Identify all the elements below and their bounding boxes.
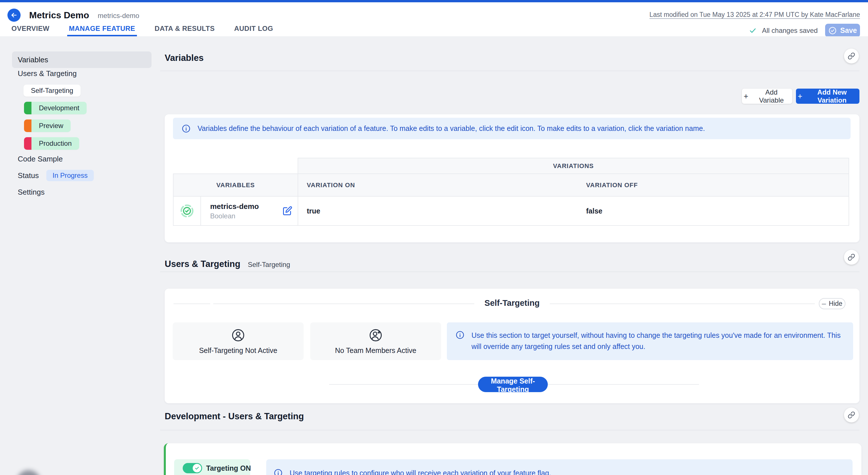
env-color-swatch-development	[24, 102, 31, 114]
top-accent-bar	[0, 0, 868, 2]
back-arrow-icon	[10, 11, 18, 19]
back-button[interactable]	[7, 8, 21, 22]
team-members-status-card: No Team Members Active	[310, 322, 441, 360]
users-targeting-section-title: Users & Targeting	[165, 259, 241, 269]
variable-icon-cell	[174, 197, 201, 225]
sidebar-item-settings[interactable]: Settings	[18, 186, 44, 198]
col-header-variables: VARIABLES	[174, 174, 298, 196]
development-info-banner: Use targeting rules to configure who wil…	[266, 459, 852, 475]
users-targeting-section-subtitle: Self-Targeting	[248, 261, 290, 268]
env-color-swatch-production	[24, 137, 31, 150]
feature-key: metrics-demo	[98, 12, 139, 20]
table-column-header-row: VARIABLES VARIATION ON VARIATION OFF	[173, 173, 849, 197]
saved-status-label: All changes saved	[762, 27, 818, 35]
last-modified-text[interactable]: Last modified on Tue May 13 2025 at 2:47…	[650, 11, 860, 19]
variables-section-title: Variables	[165, 53, 204, 63]
variables-section-header: Variables	[160, 36, 860, 71]
self-targeting-status-label: Self-Targeting Not Active	[199, 346, 277, 355]
toggle-knob	[193, 464, 201, 472]
save-row: All changes saved Save	[749, 24, 860, 37]
sidebar-item-code-sample[interactable]: Code Sample	[18, 153, 63, 165]
variables-link-button[interactable]	[844, 49, 859, 63]
variation-on-value: true	[298, 197, 578, 225]
saved-status: All changes saved	[749, 27, 818, 35]
variation-off-value: false	[578, 197, 848, 225]
edit-variable-button[interactable]	[282, 206, 292, 216]
self-targeting-panel-title: Self-Targeting	[165, 298, 860, 308]
targeting-on-label: Targeting ON	[206, 464, 251, 472]
self-targeting-info-banner: Use this section to target yourself, wit…	[447, 322, 853, 360]
person-circle-icon	[231, 328, 245, 342]
env-label-preview: Preview	[31, 120, 71, 132]
development-section-title: Development - Users & Targeting	[165, 411, 304, 421]
tab-manage-feature[interactable]: MANAGE FEATURE	[67, 25, 137, 36]
tab-audit-log[interactable]: AUDIT LOG	[232, 25, 275, 36]
sidebar-item-users-targeting[interactable]: Users & Targeting	[18, 68, 76, 79]
minus-icon: –	[822, 299, 826, 308]
table-group-header-row: VARIATIONS	[173, 158, 849, 173]
users-targeting-link-button[interactable]	[844, 250, 859, 265]
self-targeting-status-card: Self-Targeting Not Active	[173, 322, 304, 360]
content-area: Variables Users & Targeting Self-Targeti…	[0, 36, 868, 475]
self-targeting-info-text: Use this section to target yourself, wit…	[471, 330, 844, 352]
team-members-status-label: No Team Members Active	[335, 346, 416, 355]
targeting-status-panel: Targeting ON	[174, 459, 250, 475]
variable-target-icon	[180, 204, 194, 218]
sidebar-item-env-preview[interactable]: Preview	[24, 120, 71, 132]
hide-button-label: Hide	[829, 300, 842, 308]
person-plus-icon	[369, 328, 383, 342]
app-header: Metrics Demo metrics-demo Last modified …	[0, 2, 868, 36]
check-icon	[749, 27, 757, 35]
status-badge: In Progress	[46, 170, 94, 181]
variables-info-banner: Variables define the behaviour of each v…	[173, 118, 850, 139]
development-link-button[interactable]	[844, 408, 859, 422]
add-variable-button[interactable]: + Add Variable	[742, 89, 792, 104]
add-new-variation-button[interactable]: + Add New Variation	[796, 89, 860, 104]
add-new-variation-label: Add New Variation	[806, 88, 858, 104]
save-button-label: Save	[840, 26, 857, 35]
plus-icon: +	[744, 92, 748, 100]
sidebar: Variables Users & Targeting Self-Targeti…	[0, 36, 160, 475]
col-header-variation-on: VARIATION ON	[298, 174, 578, 196]
info-icon	[274, 468, 283, 475]
link-icon	[848, 411, 855, 419]
save-button[interactable]: Save	[825, 24, 860, 37]
plus-icon: +	[798, 92, 802, 100]
link-icon	[848, 52, 855, 60]
variations-group-header: VARIATIONS	[298, 158, 849, 173]
tab-bar: OVERVIEW MANAGE FEATURE DATA & RESULTS A…	[10, 25, 275, 36]
tab-data-results[interactable]: DATA & RESULTS	[153, 25, 216, 36]
targeting-toggle[interactable]	[183, 463, 202, 473]
self-targeting-card: Self-Targeting – Hide Self-Targeting Not…	[165, 289, 860, 403]
hide-button[interactable]: – Hide	[819, 298, 845, 309]
sidebar-item-env-development[interactable]: Development	[24, 102, 87, 114]
sidebar-item-variables[interactable]: Variables	[12, 52, 152, 68]
env-label-development: Development	[31, 102, 87, 114]
page-title: Metrics Demo	[29, 10, 89, 21]
development-section-header: Development - Users & Targeting	[160, 403, 860, 431]
manage-self-targeting-button[interactable]: Manage Self-Targeting	[478, 377, 548, 392]
link-icon	[848, 254, 855, 261]
tab-overview[interactable]: OVERVIEW	[10, 25, 51, 36]
add-variable-label: Add Variable	[752, 88, 790, 104]
circle-check-icon	[828, 26, 837, 35]
env-color-swatch-preview	[24, 120, 31, 132]
table-spacer-cell	[173, 158, 298, 173]
users-targeting-section-header: Users & Targeting Self-Targeting	[160, 242, 860, 272]
sidebar-item-env-production[interactable]: Production	[24, 137, 79, 150]
info-icon	[182, 124, 191, 133]
main-column: Variables + Add Variable + Add New Varia…	[160, 36, 868, 475]
variables-info-text: Variables define the behaviour of each v…	[197, 124, 705, 133]
info-icon	[456, 330, 465, 340]
sidebar-item-status[interactable]: Status In Progress	[18, 170, 94, 181]
app-window: Metrics Demo metrics-demo Last modified …	[0, 0, 868, 475]
development-info-text: Use targeting rules to configure who wil…	[290, 469, 551, 475]
col-header-variation-off: VARIATION OFF	[578, 174, 848, 196]
variables-table: VARIATIONS VARIABLES VARIATION ON VARIAT…	[173, 158, 849, 226]
sidebar-item-self-targeting[interactable]: Self-Targeting	[24, 85, 81, 97]
env-label-production: Production	[31, 137, 79, 150]
title-group: Metrics Demo metrics-demo	[7, 8, 139, 22]
variable-name-cell: metrics-demo Boolean	[201, 197, 298, 225]
variables-card: Variables define the behaviour of each v…	[165, 114, 860, 242]
edit-pencil-icon	[282, 206, 292, 216]
